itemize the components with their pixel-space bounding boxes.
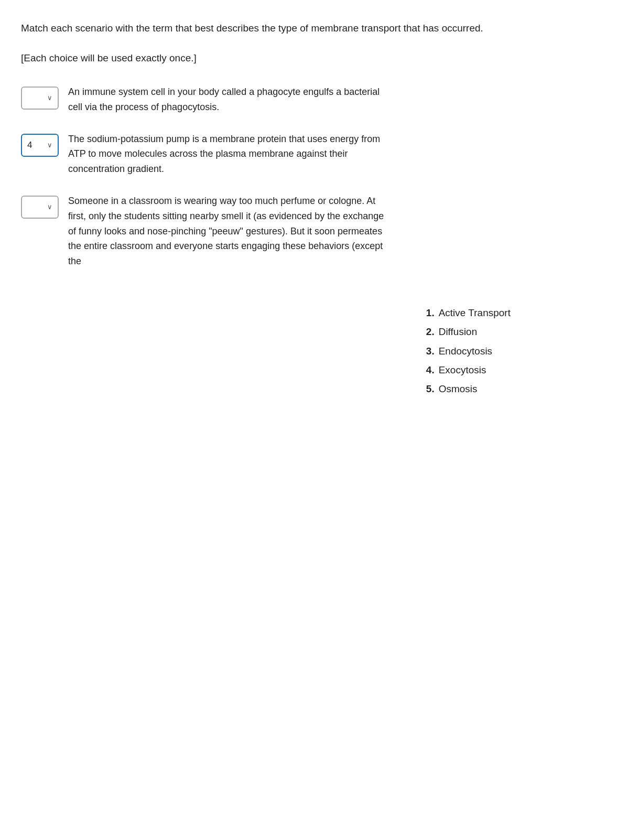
scenario-3-dropdown[interactable]: ∨ [21,196,59,219]
answer-item-3: 3. Endocytosis [423,343,608,360]
scenario-row-2: 4 ∨ The sodium-potassium pump is a membr… [21,132,392,177]
chevron-down-icon-2: ∨ [47,140,52,150]
answer-label-3: Endocytosis [439,343,492,360]
scenario-2-dropdown-value: 4 [27,138,32,152]
answer-label-1: Active Transport [439,305,511,321]
instructions-block: Match each scenario with the term that b… [21,21,608,36]
scenarios-list: ∨ An immune system cell in your body cal… [21,84,392,269]
scenario-2-dropdown[interactable]: 4 ∨ [21,134,59,157]
answer-num-3: 3. [423,343,435,360]
answer-item-2: 2. Diffusion [423,324,608,340]
answer-item-1: 1. Active Transport [423,305,608,321]
answer-label-5: Osmosis [439,381,478,397]
scenario-2-text: The sodium-potassium pump is a membrane … [68,132,392,177]
scenario-row-3: ∨ Someone in a classroom is wearing way … [21,193,392,269]
each-choice-text: [Each choice will be used exactly once.] [21,51,608,66]
answers-list: 1. Active Transport 2. Diffusion 3. Endo… [423,84,608,400]
scenario-row-1: ∨ An immune system cell in your body cal… [21,84,392,115]
scenario-1-dropdown[interactable]: ∨ [21,87,59,110]
chevron-down-icon-3: ∨ [47,202,52,212]
chevron-down-icon-1: ∨ [47,93,52,103]
answer-label-4: Exocytosis [439,362,486,379]
scenario-3-text: Someone in a classroom is wearing way to… [68,193,392,269]
answers-ol: 1. Active Transport 2. Diffusion 3. Endo… [423,305,608,397]
main-content: ∨ An immune system cell in your body cal… [21,84,608,400]
scenario-1-text: An immune system cell in your body calle… [68,84,392,115]
answer-num-5: 5. [423,381,435,397]
answer-item-5: 5. Osmosis [423,381,608,397]
answer-num-2: 2. [423,324,435,340]
answer-num-1: 1. [423,305,435,321]
answer-num-4: 4. [423,362,435,379]
main-instruction-text: Match each scenario with the term that b… [21,21,608,36]
answer-item-4: 4. Exocytosis [423,362,608,379]
answer-label-2: Diffusion [439,324,478,340]
